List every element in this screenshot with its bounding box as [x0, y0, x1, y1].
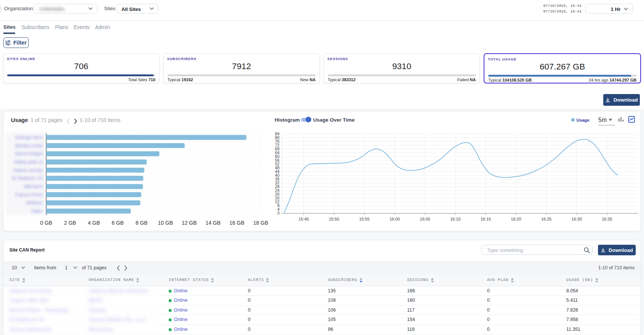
- svg-text:2 GB: 2 GB: [64, 220, 76, 226]
- svg-text:16 GB: 16 GB: [229, 220, 244, 226]
- svg-text:12 GB: 12 GB: [182, 220, 197, 226]
- svg-text:16:30: 16:30: [572, 217, 582, 221]
- svg-text:16:00: 16:00: [389, 217, 400, 221]
- svg-text:16:20: 16:20: [511, 217, 521, 221]
- svg-text:16:10: 16:10: [450, 217, 461, 221]
- svg-text:8 GB: 8 GB: [135, 220, 148, 226]
- svg-text:4 GB: 4 GB: [88, 220, 100, 226]
- svg-text:15:50: 15:50: [329, 217, 340, 221]
- svg-text:16:15: 16:15: [481, 217, 491, 221]
- svg-text:10 GB: 10 GB: [158, 220, 173, 226]
- svg-text:0 GB: 0 GB: [40, 220, 52, 226]
- svg-text:15:45: 15:45: [298, 217, 309, 221]
- svg-text:16:05: 16:05: [420, 217, 430, 221]
- svg-text:6 GB: 6 GB: [112, 220, 124, 226]
- svg-text:84: 84: [275, 131, 280, 136]
- svg-text:16:25: 16:25: [541, 217, 552, 221]
- svg-text:14 GB: 14 GB: [206, 220, 221, 226]
- svg-text:18 GB: 18 GB: [253, 220, 268, 226]
- svg-text:16:35: 16:35: [602, 217, 612, 221]
- svg-text:15:55: 15:55: [359, 217, 370, 221]
